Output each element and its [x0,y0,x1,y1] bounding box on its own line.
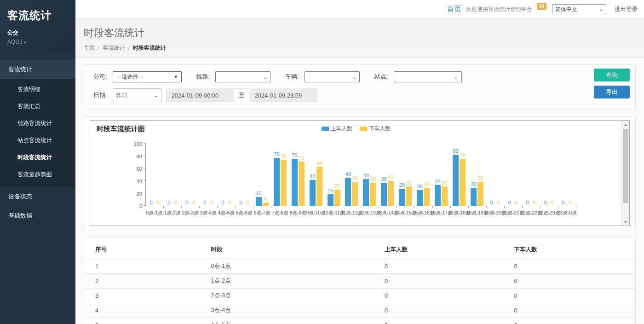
chart-inner: 时段车流统计图 上车人数下车人数 00000000000015678757672… [90,121,621,226]
sidebar-item-线路客流统计[interactable]: 线路客流统计 [0,115,75,132]
table-row[interactable]: 32点-3点00 [84,289,635,303]
bar-上车人数[interactable] [471,188,477,207]
bar-group: 00 [236,144,253,206]
welcome-text: 欢迎使用客流统计管理平台 [466,6,532,13]
bar-上车人数[interactable] [453,155,459,206]
bar-上车人数[interactable] [274,158,280,206]
export-button[interactable]: 导出 [594,86,630,98]
sidebar: 客流统计 公交 AQGJ▾ 客流统计客流明细客流汇总线路客流统计站点客流统计时段… [0,0,75,324]
sidebar-item-客流统计[interactable]: 客流统计 [0,60,75,79]
bar-wrap: 0 [191,200,197,206]
notification-badge[interactable]: 34 [537,3,546,10]
date-to-input[interactable] [249,88,317,102]
legend-item-下车人数[interactable]: 下车人数 [360,125,391,132]
table-cell: 0 [503,303,635,318]
org-code-dropdown[interactable]: AQGJ▾ [7,39,68,45]
x-axis-label: 8点-9点 [289,208,306,216]
bar-上车人数[interactable] [328,194,334,206]
bar-下车人数[interactable] [281,160,287,206]
bar-上车人数[interactable] [345,178,351,206]
bar-value-label: 0 [203,200,206,205]
bar-下车人数[interactable] [263,202,269,206]
bar-下车人数[interactable] [316,167,322,206]
sidebar-item-客流量趋势图[interactable]: 客流量趋势图 [0,166,75,183]
vehicle-select[interactable]: ⌄ [305,71,360,82]
bar-wrap: 0 [173,200,179,206]
bar-value-label: 76 [292,152,297,158]
date-preset-select[interactable]: 昨日 ⌄ [113,88,161,102]
station-select[interactable]: ⌄ [394,71,462,82]
bar-上车人数[interactable] [435,185,441,206]
bar-下车人数[interactable] [299,162,305,206]
scrollbar-thumb[interactable] [623,129,628,203]
bar-上车人数[interactable] [292,159,298,206]
breadcrumb-parent[interactable]: 客流统计 [103,44,125,52]
bar-group: 3432 [432,144,450,206]
x-axis-cell: 8点-9点 [289,208,307,216]
table-row[interactable]: 10点-1点00 [84,259,635,274]
bar-value-label: 15 [256,191,261,196]
date-preset-value: 昨日 [116,92,127,99]
date-to-separator: 至 [234,88,249,102]
bar-下车人数[interactable] [460,159,466,206]
breadcrumb-current: 时段客流统计 [133,44,166,52]
sidebar-item-时段客流统计[interactable]: 时段客流统计 [0,149,75,166]
bar-wrap: 83 [453,148,459,206]
sidebar-item-设备状态[interactable]: 设备状态 [0,187,75,206]
legend-item-上车人数[interactable]: 上车人数 [322,125,352,132]
line-select[interactable]: ⌄ [215,71,270,82]
company-select[interactable]: ---请选择--- ▼ [113,71,182,82]
table-row[interactable]: 43点-4点00 [84,303,635,318]
scroll-up-icon[interactable]: ▲ [622,121,629,128]
bar-value-label: 0 [167,200,170,205]
sidebar-item-客流明细[interactable]: 客流明细 [0,81,75,98]
date-range-group: 至 [166,88,317,102]
breadcrumb-home[interactable]: 主页 [84,44,95,52]
x-axis-label: 0点-1点 [146,208,162,216]
chart-scrollbar[interactable]: ▲ ▼ [621,121,629,226]
bar-group: 4639 [343,144,361,206]
bar-上车人数[interactable] [399,189,405,206]
column-header-序号: 序号 [84,241,200,259]
bar-上车人数[interactable] [363,179,369,206]
bar-下车人数[interactable] [477,182,483,206]
table-row[interactable]: 54点-5点00 [84,318,635,324]
x-axis-cell: 19点-20点 [486,208,504,216]
bar-下车人数[interactable] [370,183,376,206]
logout-link[interactable]: 退出登录 [615,6,638,13]
company-value: ---请选择--- [116,73,144,81]
bar-上车人数[interactable] [417,190,423,206]
bar-下车人数[interactable] [406,186,412,206]
bar-wrap: 0 [227,200,233,206]
bar-上车人数[interactable] [310,180,316,206]
table-row[interactable]: 21点-2点00 [84,274,635,289]
bar-上车人数[interactable] [381,183,387,206]
x-axis-label: 2点-3点 [182,208,198,216]
triangle-down-icon: ▼ [174,75,178,79]
query-button[interactable]: 查询 [594,69,630,81]
table-cell: 3 [84,289,200,303]
sidebar-item-站点客流统计[interactable]: 站点客流统计 [0,132,75,149]
sidebar-item-客流汇总[interactable]: 客流汇总 [0,98,75,115]
bar-group: 7875 [271,144,289,206]
y-axis-label: 40 [127,179,142,184]
scrollbar-track[interactable] [622,128,629,218]
bar-下车人数[interactable] [388,181,394,206]
home-link[interactable]: 首页 [447,5,461,14]
y-axis-label: 80 [127,154,142,159]
bar-下车人数[interactable] [334,190,340,206]
bar-value-label: 0 [174,200,177,205]
bar-上车人数[interactable] [256,197,262,206]
scroll-down-icon[interactable]: ▼ [622,218,629,226]
bar-wrap: 26 [417,184,423,206]
language-select[interactable]: 简体中文 ⌄ [552,4,606,14]
sidebar-item-基础数据[interactable]: 基础数据 [0,206,75,226]
bar-下车人数[interactable] [352,182,358,206]
bar-wrap: 78 [274,151,280,206]
bar-下车人数[interactable] [424,188,430,207]
bar-下车人数[interactable] [442,186,448,206]
x-axis-cell: 3点-4点 [199,208,217,216]
date-from-input[interactable] [166,88,234,102]
bar-value-label: 0 [497,200,500,205]
bar-value-label: 32 [442,180,448,185]
